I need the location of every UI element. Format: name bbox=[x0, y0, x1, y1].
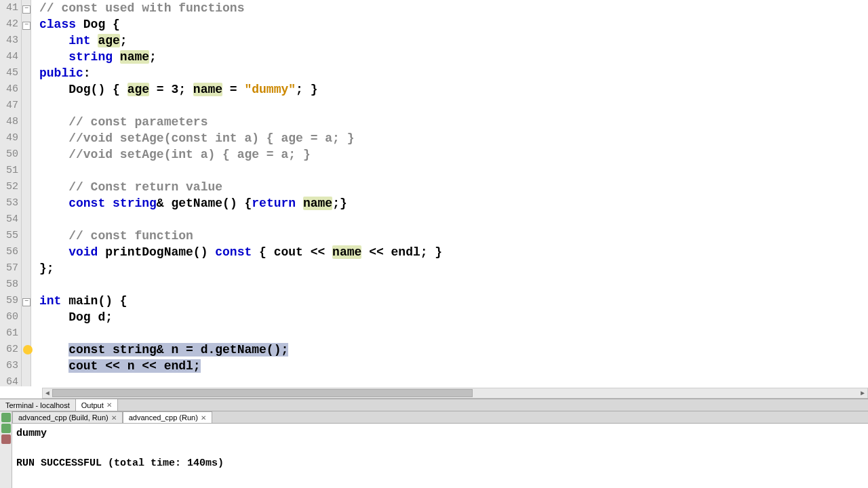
code-token: name bbox=[193, 83, 222, 96]
code-token bbox=[39, 148, 68, 161]
code-line[interactable]: const string& getName() {return name;} bbox=[39, 195, 868, 211]
code-line[interactable]: Dog d; bbox=[39, 309, 868, 325]
code-line[interactable]: string name; bbox=[39, 49, 868, 65]
code-token: // Const return value bbox=[68, 180, 222, 194]
code-token: return bbox=[252, 197, 296, 210]
code-token: Dog() { bbox=[39, 83, 127, 96]
line-number: 57 bbox=[0, 260, 21, 277]
code-token bbox=[113, 50, 120, 64]
line-number: 42 bbox=[0, 16, 21, 33]
fold-row bbox=[22, 244, 31, 260]
code-token: = bbox=[222, 83, 244, 96]
code-token bbox=[39, 229, 68, 243]
code-token: { cout << bbox=[252, 245, 332, 259]
code-line[interactable]: // const used with functions bbox=[39, 0, 868, 16]
line-number: 45 bbox=[0, 65, 21, 81]
fold-row bbox=[22, 211, 31, 228]
rerun2-icon[interactable] bbox=[1, 424, 11, 433]
code-line[interactable]: //void setAge(int a) { age = a; } bbox=[39, 146, 868, 163]
code-token: void bbox=[68, 245, 98, 259]
rerun-icon[interactable] bbox=[1, 413, 11, 422]
code-line[interactable]: //void setAge(const int a) { age = a; } bbox=[39, 130, 868, 146]
code-token: "dummy" bbox=[244, 83, 296, 96]
code-line[interactable]: // const function bbox=[39, 228, 868, 244]
code-text-area[interactable]: // const used with functionsclass Dog { … bbox=[31, 0, 868, 386]
code-line[interactable]: public: bbox=[39, 65, 868, 81]
scroll-track[interactable] bbox=[52, 389, 858, 397]
code-token bbox=[39, 50, 68, 64]
code-line[interactable]: // const parameters bbox=[39, 114, 868, 130]
code-line[interactable] bbox=[39, 163, 868, 179]
fold-row bbox=[22, 374, 31, 386]
scroll-left-arrow-icon[interactable]: ◄ bbox=[43, 388, 52, 398]
scroll-thumb[interactable] bbox=[52, 389, 473, 397]
code-token bbox=[39, 34, 68, 47]
fold-toggle-icon[interactable]: − bbox=[22, 22, 31, 30]
output-line bbox=[16, 441, 864, 456]
fold-row bbox=[22, 277, 31, 293]
code-token: name bbox=[303, 197, 332, 210]
close-icon[interactable]: ✕ bbox=[111, 414, 117, 422]
code-line[interactable]: Dog() { age = 3; name = "dummy"; } bbox=[39, 81, 868, 98]
line-number: 43 bbox=[0, 33, 21, 49]
fold-row bbox=[22, 65, 31, 81]
code-line[interactable] bbox=[39, 325, 868, 342]
panel-tab[interactable]: Output✕ bbox=[76, 399, 118, 411]
fold-row bbox=[22, 195, 31, 211]
code-line[interactable]: // Const return value bbox=[39, 179, 868, 195]
output-text[interactable]: dummy RUN SUCCESSFUL (total time: 140ms) bbox=[12, 424, 868, 488]
code-token: //void setAge(const int a) { age = a; } bbox=[68, 131, 354, 145]
line-number: 48 bbox=[0, 114, 21, 130]
code-editor[interactable]: 4142434445464748495051525354555657585960… bbox=[0, 0, 868, 386]
code-token: printDogName() bbox=[98, 245, 215, 259]
code-token: Dog d; bbox=[39, 310, 113, 324]
lightbulb-icon[interactable] bbox=[23, 345, 33, 354]
close-icon[interactable]: ✕ bbox=[201, 414, 206, 422]
code-token bbox=[39, 131, 68, 145]
line-number: 44 bbox=[0, 49, 21, 65]
code-token bbox=[39, 115, 68, 129]
panel-tab[interactable]: Terminal - localhost bbox=[0, 399, 76, 411]
code-line[interactable] bbox=[39, 277, 868, 293]
line-number: 47 bbox=[0, 98, 21, 114]
code-token: string bbox=[68, 50, 113, 64]
code-line[interactable]: }; bbox=[39, 260, 868, 277]
code-line[interactable]: const string& n = d.getName(); bbox=[39, 342, 868, 358]
code-token: int bbox=[68, 34, 90, 47]
code-token: }; bbox=[39, 262, 54, 275]
code-line[interactable]: cout << n << endl; bbox=[39, 358, 868, 374]
code-line[interactable]: int age; bbox=[39, 33, 868, 49]
fold-gutter[interactable]: −−− bbox=[22, 0, 31, 386]
code-token: const bbox=[215, 245, 252, 259]
code-line[interactable] bbox=[39, 374, 868, 386]
line-number: 56 bbox=[0, 244, 21, 260]
code-token: << endl; } bbox=[361, 245, 442, 259]
line-number: 54 bbox=[0, 211, 21, 228]
code-line[interactable] bbox=[39, 98, 868, 114]
line-number-gutter: 4142434445464748495051525354555657585960… bbox=[0, 0, 22, 386]
line-number: 62 bbox=[0, 342, 21, 358]
scroll-right-arrow-icon[interactable]: ► bbox=[858, 388, 867, 398]
code-line[interactable] bbox=[39, 211, 868, 228]
code-line[interactable]: class Dog { bbox=[39, 16, 868, 33]
fold-toggle-icon[interactable]: − bbox=[22, 5, 31, 14]
fold-row bbox=[22, 260, 31, 277]
line-number: 55 bbox=[0, 228, 21, 244]
code-token: cout << n << endl; bbox=[68, 359, 200, 373]
stop-icon[interactable] bbox=[1, 434, 11, 444]
line-number: 61 bbox=[0, 325, 21, 342]
output-sub-tabs: advanced_cpp (Build, Run)✕advanced_cpp (… bbox=[12, 411, 868, 424]
fold-row: − bbox=[22, 0, 31, 16]
output-panel: Terminal - localhostOutput✕ advanced_cpp… bbox=[0, 399, 868, 488]
code-line[interactable]: int main() { bbox=[39, 293, 868, 309]
output-sub-tab[interactable]: advanced_cpp (Run)✕ bbox=[123, 411, 212, 423]
output-sub-tab[interactable]: advanced_cpp (Build, Run)✕ bbox=[12, 411, 123, 423]
output-line: dummy bbox=[16, 426, 864, 441]
code-line[interactable]: void printDogName() const { cout << name… bbox=[39, 244, 868, 260]
fold-toggle-icon[interactable]: − bbox=[22, 298, 31, 306]
code-token bbox=[39, 180, 68, 194]
horizontal-scrollbar[interactable]: ◄ ► bbox=[42, 388, 868, 399]
code-token bbox=[105, 197, 113, 210]
close-icon[interactable]: ✕ bbox=[106, 401, 112, 409]
panel-tabs: Terminal - localhostOutput✕ bbox=[0, 399, 868, 411]
